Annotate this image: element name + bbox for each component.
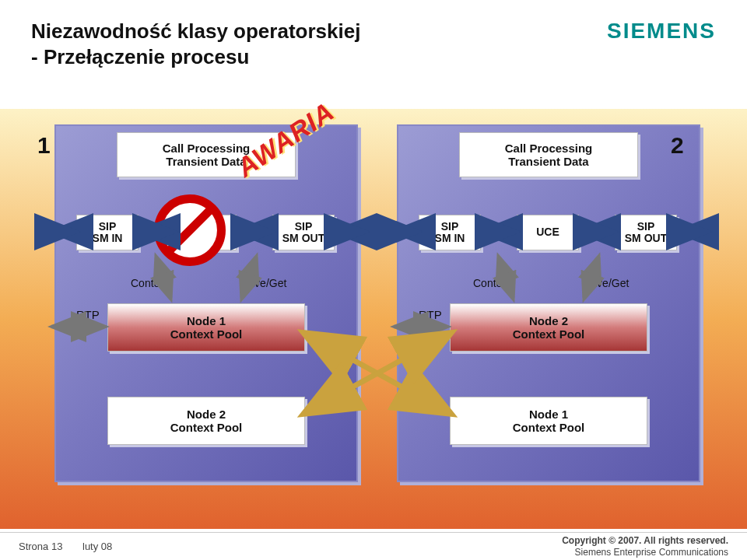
slide: Niezawodność klasy operatorskiej - Przeł… <box>0 0 747 560</box>
page-number: Strona 13 <box>19 541 62 552</box>
company-text: Siemens Enterprise Communications <box>562 547 728 558</box>
uce-right: UCE <box>517 215 579 250</box>
brand-logo: SIEMENS <box>607 19 716 44</box>
panel-number-1: 1 <box>37 132 51 159</box>
rtp-label-right: RTP <box>419 308 442 321</box>
header: Niezawodność klasy operatorskiej - Przeł… <box>31 19 716 69</box>
node2-context-pool-mirror: Node 2 Context Pool <box>107 397 305 445</box>
sip-sm-out-right: SIP SM OUT <box>615 215 677 250</box>
slide-title-line1: Niezawodność klasy operatorskiej <box>31 19 360 44</box>
footer-left: Strona 13 luty 08 <box>19 541 129 552</box>
node1-context-pool-mirror: Node 1 Context Pool <box>450 397 647 445</box>
copyright-text: Copyright © 2007. All rights reserved. <box>562 535 728 546</box>
footer-right: Copyright © 2007. All rights reserved. S… <box>562 535 728 558</box>
saveget-label-right: Save/Get <box>584 277 629 289</box>
sip-sm-in-right: SIP SM IN <box>419 215 481 250</box>
sip-sm-out-left: SIP SM OUT <box>272 215 335 250</box>
panel-number-2: 2 <box>671 132 684 159</box>
forbidden-icon <box>154 194 226 266</box>
footer: Strona 13 luty 08 Copyright © 2007. All … <box>0 532 747 560</box>
context-label-left: Context <box>131 277 168 289</box>
context-label-right: Context <box>473 277 510 289</box>
slide-title-line2: - Przełączenie procesu <box>31 44 360 70</box>
call-processing-box-right: Call Processing Transient Data <box>459 132 638 177</box>
sip-sm-in-left: SIP SM IN <box>76 215 139 250</box>
footer-date: luty 08 <box>82 541 112 552</box>
saveget-label-left: Save/Get <box>241 277 286 289</box>
rtp-label-left: RTP <box>76 308 100 321</box>
title-block: Niezawodność klasy operatorskiej - Przeł… <box>31 19 360 69</box>
node1-context-pool-active: Node 1 Context Pool <box>107 303 305 352</box>
node2-context-pool-active: Node 2 Context Pool <box>450 303 647 352</box>
